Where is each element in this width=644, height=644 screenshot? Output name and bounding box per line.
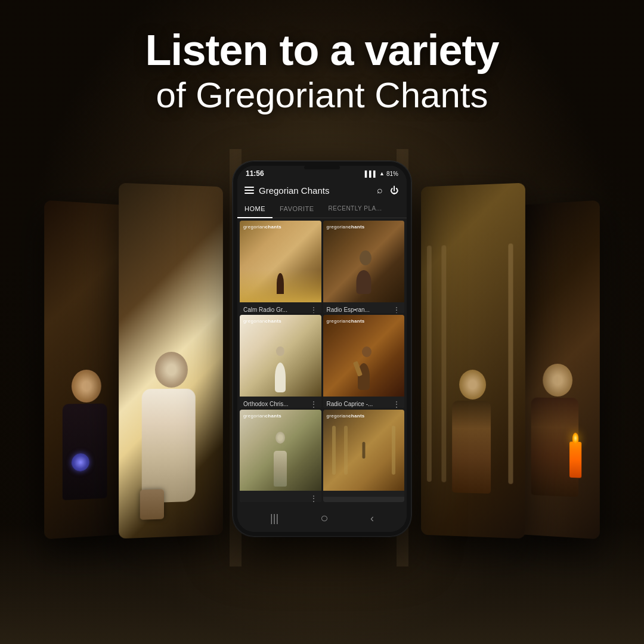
music-name-3: Orthodox Chris... (243, 401, 307, 407)
hamburger-line (244, 193, 254, 194)
search-icon[interactable]: ⌕ (376, 184, 384, 197)
thumb-label-3: gregorianchants (243, 318, 281, 324)
hamburger-line (244, 187, 254, 188)
power-icon[interactable]: ⏻ (389, 184, 400, 196)
thumb-bg-5: gregorianchants (240, 410, 321, 491)
music-info-2: Radio Esp•ran... ⋮ (323, 302, 405, 314)
music-thumb-3: gregorianchants (240, 315, 321, 397)
music-more-5[interactable]: ⋮ (309, 494, 318, 502)
music-card-5[interactable]: gregorianchants ⋮ (240, 410, 321, 502)
music-info-6 (323, 491, 405, 497)
music-thumb-5: gregorianchants (240, 410, 321, 491)
thumb-bg-3: gregorianchants (240, 315, 321, 397)
nav-tabs: HOME FAVORITE RECENTLY PLA... (237, 200, 407, 218)
thumb-bg-2: gregorianchants (323, 221, 405, 302)
music-card-6[interactable]: gregorianchants (323, 410, 405, 502)
nav-recents-icon[interactable]: ||| (270, 512, 278, 525)
hamburger-line (244, 190, 254, 191)
wifi-icon: ▲ (379, 171, 385, 177)
music-card-2[interactable]: gregorianchants Radio Esp•ran... ⋮ (323, 221, 405, 313)
signal-icon: ▌▌▌ (365, 171, 377, 177)
thumb-label-1: gregorianchants (243, 224, 281, 230)
music-more-3[interactable]: ⋮ (309, 400, 318, 408)
side-card-right-1 (516, 200, 599, 540)
nav-home-icon[interactable]: ○ (320, 510, 328, 526)
phone-container: 11:56 ▌▌▌ ▲ 81% Gregorian Chants ⌕ ⏻ (233, 161, 411, 537)
music-more-2[interactable]: ⋮ (392, 305, 401, 314)
tab-favorite[interactable]: FAVORITE (273, 200, 321, 218)
music-card-3[interactable]: gregorianchants Orthodox Chris... ⋮ (240, 315, 321, 407)
hero-line2: of Gregoriant Chants (0, 74, 644, 117)
music-more-1[interactable]: ⋮ (309, 305, 318, 314)
thumb-label-5: gregorianchants (243, 413, 281, 419)
nav-back-icon[interactable]: ‹ (370, 512, 374, 525)
music-thumb-6: gregorianchants (323, 410, 405, 491)
music-grid: gregorianchants Calm Radio Gr... ⋮ (237, 218, 407, 504)
status-time: 11:56 (246, 169, 264, 178)
music-info-5: ⋮ (240, 491, 321, 502)
app-header: Gregorian Chants ⌕ ⏻ (237, 180, 407, 200)
music-card-1[interactable]: gregorianchants Calm Radio Gr... ⋮ (240, 221, 321, 313)
app-title: Gregorian Chants (259, 185, 371, 196)
thumb-label-6: gregorianchants (327, 413, 365, 419)
music-info-1: Calm Radio Gr... ⋮ (240, 302, 321, 314)
thumb-bg-4: gregorianchants (323, 315, 405, 397)
side-card-left-1 (44, 200, 127, 540)
phone-frame: 11:56 ▌▌▌ ▲ 81% Gregorian Chants ⌕ ⏻ (233, 161, 411, 537)
tab-home[interactable]: HOME (237, 200, 273, 218)
music-name-4: Radio Caprice -... (327, 401, 391, 407)
music-info-4: Radio Caprice -... ⋮ (323, 397, 405, 408)
music-card-4[interactable]: gregorianchants Radio Caprice -... ⋮ (323, 315, 405, 407)
music-name-2: Radio Esp•ran... (327, 306, 391, 313)
music-info-3: Orthodox Chris... ⋮ (240, 397, 321, 408)
side-card-left-2 (119, 183, 223, 539)
status-icons: ▌▌▌ ▲ 81% (365, 171, 398, 177)
side-card-right-2 (421, 183, 525, 539)
thumb-label-2: gregorianchants (327, 224, 365, 230)
music-thumb-1: gregorianchants (240, 221, 321, 302)
thumb-bg-1: gregorianchants (240, 221, 321, 302)
thumb-label-4: gregorianchants (327, 318, 365, 324)
phone-screen: 11:56 ▌▌▌ ▲ 81% Gregorian Chants ⌕ ⏻ (237, 166, 407, 532)
music-thumb-2: gregorianchants (323, 221, 405, 302)
music-thumb-4: gregorianchants (323, 315, 405, 397)
hamburger-menu[interactable] (244, 187, 254, 194)
thumb-bg-6: gregorianchants (323, 410, 405, 491)
hero-line1: Listen to a variety (0, 27, 644, 74)
tab-recently-played[interactable]: RECENTLY PLA... (321, 200, 389, 218)
battery-indicator: 81% (386, 171, 398, 177)
bottom-nav-bar: ||| ○ ‹ (237, 504, 407, 532)
phone-notch (304, 166, 340, 169)
music-more-4[interactable]: ⋮ (392, 400, 401, 408)
floor-overlay (0, 525, 644, 644)
music-name-1: Calm Radio Gr... (243, 306, 307, 313)
hero-text-container: Listen to a variety of Gregoriant Chants (0, 27, 644, 117)
